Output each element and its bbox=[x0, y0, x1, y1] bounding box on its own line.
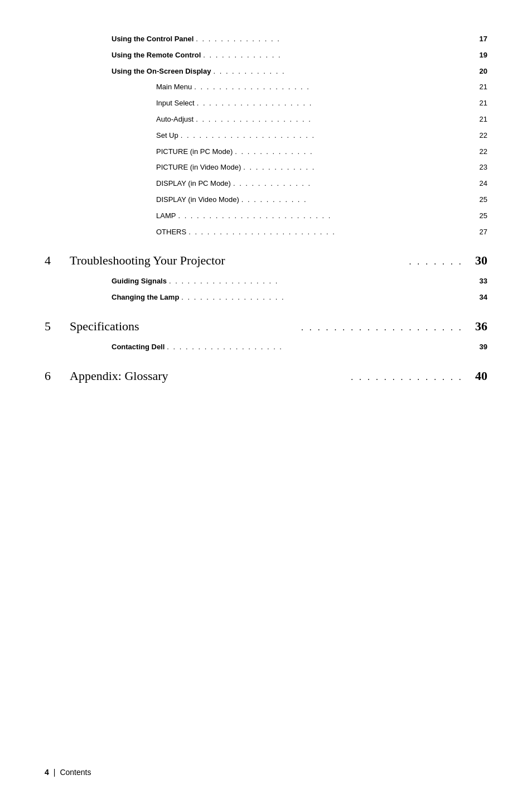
toc-label-others: OTHERS bbox=[45, 227, 186, 238]
toc-dots-remote-control: . . . . . . . . . . . . . bbox=[203, 50, 468, 61]
toc-dots-display-video: . . . . . . . . . . . bbox=[241, 194, 468, 206]
toc-page-guiding-signals: 33 bbox=[471, 276, 487, 287]
toc-label-picture-video: PICTURE (in Video Mode) bbox=[45, 162, 241, 174]
toc-page-display-video: 25 bbox=[471, 194, 487, 206]
toc-page-picture-video: 23 bbox=[471, 162, 487, 174]
footer-separator: | bbox=[54, 768, 56, 777]
chapter-4-page: 30 bbox=[465, 253, 487, 268]
toc-label-contacting-dell: Contacting Dell bbox=[45, 341, 165, 353]
toc-dots-onscreen: . . . . . . . . . . . . bbox=[213, 66, 468, 78]
toc-dots-guiding-signals: . . . . . . . . . . . . . . . . . . bbox=[169, 276, 468, 287]
toc-page-display-pc: 24 bbox=[471, 178, 487, 190]
toc-label-control-panel: Using the Control Panel bbox=[45, 33, 194, 45]
toc-item-changing-lamp: Changing the Lamp . . . . . . . . . . . … bbox=[45, 292, 487, 304]
toc-page-input-select: 21 bbox=[471, 98, 487, 109]
toc-item-guiding-signals: Guiding Signals . . . . . . . . . . . . … bbox=[45, 276, 487, 287]
toc-dots-control-panel: . . . . . . . . . . . . . . bbox=[196, 33, 468, 45]
chapter-4-row: 4 Troubleshooting Your Projector . . . .… bbox=[45, 253, 487, 268]
toc-dots-input-select: . . . . . . . . . . . . . . . . . . . bbox=[197, 98, 468, 109]
toc-dots-lamp: . . . . . . . . . . . . . . . . . . . . … bbox=[178, 210, 468, 222]
chapter-6-page: 40 bbox=[465, 369, 487, 383]
toc-label-display-video: DISPLAY (in Video Mode) bbox=[45, 194, 239, 206]
toc-dots-auto-adjust: . . . . . . . . . . . . . . . . . . . bbox=[196, 114, 468, 126]
toc-dots-picture-video: . . . . . . . . . . . . bbox=[243, 162, 468, 174]
toc-page-onscreen: 20 bbox=[471, 66, 487, 78]
chapter-6-label: Appendix: Glossary bbox=[70, 369, 349, 383]
toc-item-auto-adjust: Auto-Adjust . . . . . . . . . . . . . . … bbox=[45, 114, 487, 126]
page-footer: 4 | Contents bbox=[45, 768, 91, 777]
toc-item-picture-pc: PICTURE (in PC Mode) . . . . . . . . . .… bbox=[45, 146, 487, 158]
chapter-6-row: 6 Appendix: Glossary . . . . . . . . . .… bbox=[45, 369, 487, 383]
page: Using the Control Panel . . . . . . . . … bbox=[0, 0, 532, 799]
toc-page-remote-control: 19 bbox=[471, 50, 487, 61]
toc-page-others: 27 bbox=[471, 227, 487, 238]
toc-dots-display-pc: . . . . . . . . . . . . . bbox=[233, 178, 468, 190]
toc-item-others: OTHERS . . . . . . . . . . . . . . . . .… bbox=[45, 227, 487, 238]
toc-dots-set-up: . . . . . . . . . . . . . . . . . . . . … bbox=[181, 130, 468, 142]
toc-page-control-panel: 17 bbox=[471, 33, 487, 45]
chapter-5-page: 36 bbox=[465, 319, 487, 334]
toc-item-control-panel: Using the Control Panel . . . . . . . . … bbox=[45, 33, 487, 45]
toc-continuation: Using the Control Panel . . . . . . . . … bbox=[45, 33, 487, 238]
toc-label-changing-lamp: Changing the Lamp bbox=[45, 292, 179, 304]
toc-item-onscreen: Using the On-Screen Display . . . . . . … bbox=[45, 66, 487, 78]
toc-page-set-up: 22 bbox=[471, 130, 487, 142]
toc-page-main-menu: 21 bbox=[471, 81, 487, 93]
toc-item-set-up: Set Up . . . . . . . . . . . . . . . . .… bbox=[45, 130, 487, 142]
toc-item-display-pc: DISPLAY (in PC Mode) . . . . . . . . . .… bbox=[45, 178, 487, 190]
toc-page-picture-pc: 22 bbox=[471, 146, 487, 158]
toc-item-display-video: DISPLAY (in Video Mode) . . . . . . . . … bbox=[45, 194, 487, 206]
toc-label-input-select: Input Select bbox=[45, 98, 195, 109]
toc-page-lamp: 25 bbox=[471, 210, 487, 222]
toc-page-contacting-dell: 39 bbox=[471, 341, 487, 353]
toc-dots-main-menu: . . . . . . . . . . . . . . . . . . . bbox=[194, 81, 468, 93]
toc-page-auto-adjust: 21 bbox=[471, 114, 487, 126]
toc-label-guiding-signals: Guiding Signals bbox=[45, 276, 167, 287]
chapter-4-dots: . . . . . . . bbox=[409, 257, 463, 267]
toc-label-picture-pc: PICTURE (in PC Mode) bbox=[45, 146, 233, 158]
toc-item-picture-video: PICTURE (in Video Mode) . . . . . . . . … bbox=[45, 162, 487, 174]
toc-label-auto-adjust: Auto-Adjust bbox=[45, 114, 194, 126]
toc-item-remote-control: Using the Remote Control . . . . . . . .… bbox=[45, 50, 487, 61]
toc-dots-changing-lamp: . . . . . . . . . . . . . . . . . bbox=[181, 292, 468, 304]
chapter-5-label: Specifications bbox=[70, 319, 299, 334]
chapter-6-dots: . . . . . . . . . . . . . . bbox=[351, 372, 463, 382]
toc-dots-contacting-dell: . . . . . . . . . . . . . . . . . . . bbox=[167, 341, 468, 353]
chapter-4-num: 4 bbox=[45, 253, 70, 268]
toc-label-onscreen: Using the On-Screen Display bbox=[45, 66, 211, 78]
chapter-5-dots: . . . . . . . . . . . . . . . . . . . . bbox=[301, 323, 463, 333]
toc-label-set-up: Set Up bbox=[45, 130, 178, 142]
footer-page-number: 4 bbox=[45, 768, 49, 777]
chapter-5-row: 5 Specifications . . . . . . . . . . . .… bbox=[45, 319, 487, 334]
toc-item-input-select: Input Select . . . . . . . . . . . . . .… bbox=[45, 98, 487, 109]
toc-label-main-menu: Main Menu bbox=[45, 81, 192, 93]
toc-dots-others: . . . . . . . . . . . . . . . . . . . . … bbox=[188, 227, 468, 238]
chapter-6-num: 6 bbox=[45, 369, 70, 383]
chapter-4-label: Troubleshooting Your Projector bbox=[70, 253, 407, 268]
toc-item-main-menu: Main Menu . . . . . . . . . . . . . . . … bbox=[45, 81, 487, 93]
toc-page-changing-lamp: 34 bbox=[471, 292, 487, 304]
toc-label-lamp: LAMP bbox=[45, 210, 176, 222]
toc-dots-picture-pc: . . . . . . . . . . . . . bbox=[235, 146, 468, 158]
toc-label-remote-control: Using the Remote Control bbox=[45, 50, 201, 61]
toc-item-lamp: LAMP . . . . . . . . . . . . . . . . . .… bbox=[45, 210, 487, 222]
footer-label: Contents bbox=[60, 768, 91, 777]
toc-item-contacting-dell: Contacting Dell . . . . . . . . . . . . … bbox=[45, 341, 487, 353]
chapter-5-num: 5 bbox=[45, 319, 70, 334]
toc-label-display-pc: DISPLAY (in PC Mode) bbox=[45, 178, 231, 190]
